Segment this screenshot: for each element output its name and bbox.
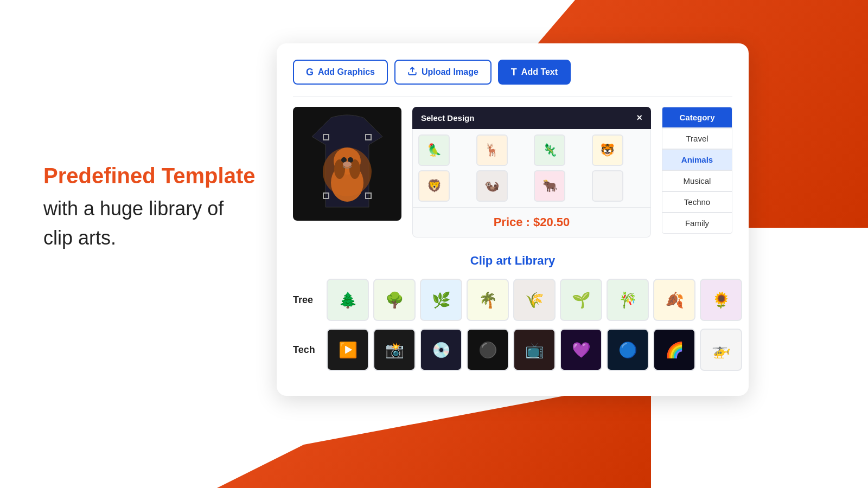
select-design-title: Select Design bbox=[421, 113, 474, 123]
subtext: with a huge library of clip arts. bbox=[43, 194, 255, 253]
clipart-thumb-1-3[interactable]: ⚫ bbox=[467, 329, 509, 371]
clipart-thumb-1-0[interactable]: ▶️ bbox=[327, 329, 369, 371]
add-text-button[interactable]: T Add Text bbox=[498, 60, 571, 85]
clipart-thumb-0-1[interactable]: 🌳 bbox=[373, 279, 416, 321]
clipart-thumb-0-2[interactable]: 🌿 bbox=[420, 279, 462, 321]
price-section: Price : $20.50 bbox=[412, 208, 651, 237]
handle-br[interactable] bbox=[365, 192, 372, 199]
clipart-row-1: Tech▶️📸💿⚫📺💜🔵🌈🚁 bbox=[293, 329, 732, 371]
design-thumb-3[interactable]: 🐯 bbox=[592, 134, 623, 166]
clipart-thumb-1-1[interactable]: 📸 bbox=[373, 329, 416, 371]
clipart-thumb-1-5[interactable]: 💜 bbox=[560, 329, 602, 371]
handle-bl[interactable] bbox=[323, 192, 329, 199]
tshirt-svg bbox=[298, 112, 396, 215]
category-item-animals[interactable]: Animals bbox=[662, 149, 732, 170]
upload-image-button[interactable]: Upload Image bbox=[394, 60, 492, 85]
clipart-row-label-0: Tree bbox=[293, 294, 320, 306]
content-area: Select Design × 🦜🦌🦎🐯🦁🦦🐂 Price : $20.50 C… bbox=[293, 107, 732, 237]
design-thumb-5[interactable]: 🦦 bbox=[476, 170, 508, 202]
clipart-thumb-0-6[interactable]: 🎋 bbox=[607, 279, 649, 321]
text-icon: T bbox=[511, 67, 517, 78]
clipart-row-label-1: Tech bbox=[293, 344, 320, 356]
clipart-thumb-0-3[interactable]: 🌴 bbox=[467, 279, 509, 321]
design-thumb-4[interactable]: 🦁 bbox=[418, 170, 450, 202]
toolbar-divider bbox=[293, 97, 732, 97]
clipart-grid-1: ▶️📸💿⚫📺💜🔵🌈🚁 bbox=[327, 329, 742, 371]
design-thumb-7[interactable] bbox=[592, 170, 623, 202]
clipart-thumb-0-5[interactable]: 🌱 bbox=[560, 279, 602, 321]
category-item-category[interactable]: Category bbox=[662, 107, 732, 128]
select-design-panel: Select Design × 🦜🦌🦎🐯🦁🦦🐂 Price : $20.50 bbox=[412, 107, 651, 237]
tshirt-preview bbox=[293, 107, 401, 221]
clipart-rows: Tree🌲🌳🌿🌴🌾🌱🎋🍂🌻Tech▶️📸💿⚫📺💜🔵🌈🚁 bbox=[293, 279, 732, 371]
clipart-section: Clip art Library Tree🌲🌳🌿🌴🌾🌱🎋🍂🌻Tech▶️📸💿⚫📺… bbox=[293, 254, 732, 371]
design-grid: 🦜🦌🦎🐯🦁🦦🐂 bbox=[412, 129, 651, 208]
upload-icon bbox=[407, 66, 417, 78]
design-thumb-0[interactable]: 🦜 bbox=[418, 134, 450, 166]
clipart-row-0: Tree🌲🌳🌿🌴🌾🌱🎋🍂🌻 bbox=[293, 279, 732, 321]
clipart-thumb-1-7[interactable]: 🌈 bbox=[653, 329, 695, 371]
close-select-design-button[interactable]: × bbox=[636, 112, 642, 124]
add-graphics-button[interactable]: G Add Graphics bbox=[293, 60, 388, 85]
category-item-techno[interactable]: Techno bbox=[662, 191, 732, 213]
clipart-thumb-0-8[interactable]: 🌻 bbox=[700, 279, 742, 321]
graphics-icon: G bbox=[306, 67, 314, 78]
handle-tr[interactable] bbox=[365, 134, 372, 140]
clipart-thumb-0-4[interactable]: 🌾 bbox=[513, 279, 556, 321]
design-thumb-6[interactable]: 🐂 bbox=[534, 170, 565, 202]
clipart-thumb-1-8[interactable]: 🚁 bbox=[700, 329, 742, 371]
price-label: Price : $20.50 bbox=[494, 215, 570, 229]
design-thumb-2[interactable]: 🦎 bbox=[534, 134, 565, 166]
left-text-section: Predefined Template with a huge library … bbox=[43, 163, 255, 253]
category-item-travel[interactable]: Travel bbox=[662, 128, 732, 149]
category-panel: CategoryTravelAnimalsMusicalTechnoFamily bbox=[662, 107, 732, 234]
handle-tl[interactable] bbox=[323, 134, 329, 140]
clipart-grid-0: 🌲🌳🌿🌴🌾🌱🎋🍂🌻 bbox=[327, 279, 742, 321]
headline: Predefined Template bbox=[43, 163, 255, 189]
svg-point-8 bbox=[343, 162, 352, 167]
clipart-thumb-0-7[interactable]: 🍂 bbox=[653, 279, 695, 321]
bg-decoration-bottom bbox=[217, 380, 651, 488]
main-card: G Add Graphics Upload Image T Add Text bbox=[277, 43, 749, 396]
clipart-thumb-0-0[interactable]: 🌲 bbox=[327, 279, 369, 321]
select-design-header: Select Design × bbox=[412, 107, 651, 129]
category-item-musical[interactable]: Musical bbox=[662, 170, 732, 191]
clipart-library-title: Clip art Library bbox=[293, 254, 732, 268]
clipart-thumb-1-2[interactable]: 💿 bbox=[420, 329, 462, 371]
toolbar: G Add Graphics Upload Image T Add Text bbox=[293, 60, 732, 85]
clipart-thumb-1-6[interactable]: 🔵 bbox=[607, 329, 649, 371]
design-thumb-1[interactable]: 🦌 bbox=[476, 134, 508, 166]
clipart-thumb-1-4[interactable]: 📺 bbox=[513, 329, 556, 371]
category-item-family[interactable]: Family bbox=[662, 213, 732, 234]
